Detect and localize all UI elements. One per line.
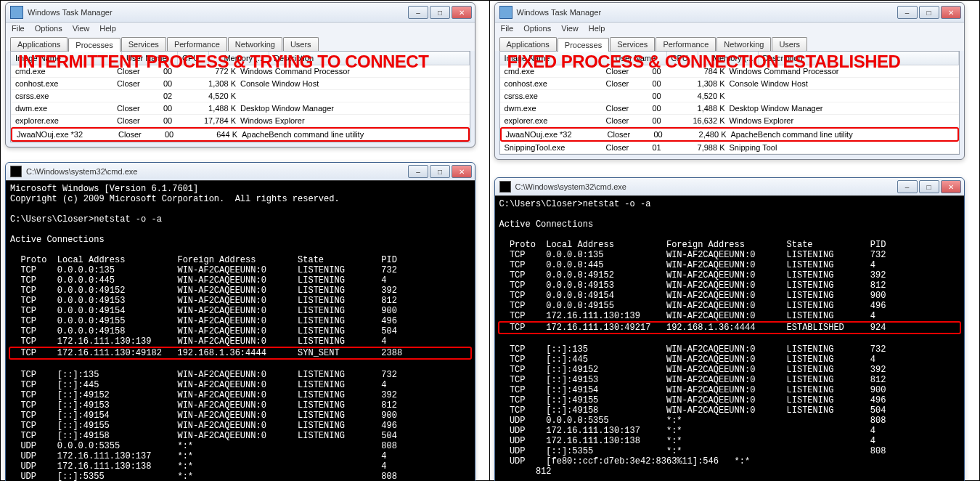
menu-view[interactable]: View xyxy=(73,24,90,33)
cell: SnippingTool.exe xyxy=(505,143,606,152)
cell: Closer xyxy=(606,104,653,113)
cell: Closer xyxy=(117,116,163,125)
cell: Console Window Host xyxy=(730,79,955,88)
close-button[interactable]: ✕ xyxy=(941,6,961,19)
cell: 1,488 K xyxy=(185,104,240,113)
minimize-button[interactable]: – xyxy=(897,180,918,193)
cell: Closer xyxy=(606,143,653,152)
minimize-button[interactable]: – xyxy=(408,6,428,19)
cell: Closer xyxy=(608,130,654,139)
process-row[interactable]: explorer.exeCloser0016,632 KWindows Expl… xyxy=(500,115,959,127)
process-row[interactable]: conhost.exeCloser001,308 KConsole Window… xyxy=(11,78,470,90)
cell: Closer xyxy=(606,79,653,88)
cell: Closer xyxy=(117,104,163,113)
cell: 644 K xyxy=(187,130,242,139)
cell xyxy=(117,92,163,100)
cmd-icon xyxy=(499,181,511,193)
tab-processes[interactable]: Processes xyxy=(68,38,120,52)
menu-help[interactable]: Help xyxy=(589,24,605,33)
left-panel: INTERMITTENT PROCESS & TRYING TO CONNECT… xyxy=(1,1,490,480)
tab-users[interactable]: Users xyxy=(283,37,319,51)
cell: Console Window Host xyxy=(240,79,465,88)
close-button[interactable]: ✕ xyxy=(452,165,472,178)
cell: Closer xyxy=(606,116,653,125)
cell: ApacheBench command line utility xyxy=(242,130,464,139)
tab-processes[interactable]: Processes xyxy=(558,38,609,52)
close-button[interactable]: ✕ xyxy=(941,180,961,193)
cell: Windows Explorer xyxy=(730,116,955,125)
titlebar[interactable]: Windows Task Manager–□✕ xyxy=(495,3,964,23)
cell: explorer.exe xyxy=(15,116,117,125)
cell: Desktop Window Manager xyxy=(240,104,465,113)
cell xyxy=(240,92,465,100)
cmd-icon xyxy=(10,166,22,177)
cell: 00 xyxy=(653,92,674,100)
cell: dwm.exe xyxy=(15,104,117,113)
tab-performance[interactable]: Performance xyxy=(167,37,227,51)
maximize-button[interactable]: □ xyxy=(430,165,450,178)
process-row[interactable]: JwaaNOuj.exe *32Closer00644 KApacheBench… xyxy=(11,127,470,142)
titlebar[interactable]: C:\Windows\system32\cmd.exe–□✕ xyxy=(495,178,964,196)
process-row[interactable]: csrss.exe004,520 K xyxy=(500,90,959,102)
tab-users[interactable]: Users xyxy=(772,37,807,51)
minimize-button[interactable]: – xyxy=(897,6,918,19)
cell: 01 xyxy=(653,143,674,152)
menu-file[interactable]: File xyxy=(12,24,25,33)
window-title: C:\Windows\system32\cmd.exe xyxy=(26,167,408,176)
maximize-button[interactable]: □ xyxy=(919,180,939,193)
overlay-label-right: FIXED PROCESS & CONNECTION ESTABLISHED xyxy=(507,52,901,72)
cell: 16,632 K xyxy=(674,116,730,125)
process-row[interactable]: conhost.exeCloser001,308 KConsole Window… xyxy=(500,78,959,90)
app-icon xyxy=(10,6,23,19)
cell: Windows Explorer xyxy=(240,116,465,125)
cell xyxy=(606,92,653,100)
titlebar[interactable]: C:\Windows\system32\cmd.exe–□✕ xyxy=(6,163,475,181)
tab-strip: ApplicationsProcessesServicesPerformance… xyxy=(6,34,475,51)
cell: JwaaNOuj.exe *32 xyxy=(506,130,608,139)
cell: 00 xyxy=(653,116,674,125)
menu-help[interactable]: Help xyxy=(99,24,116,33)
menu-view[interactable]: View xyxy=(561,24,579,33)
minimize-button[interactable]: – xyxy=(408,165,428,178)
process-row[interactable]: explorer.exeCloser0017,784 KWindows Expl… xyxy=(11,115,470,127)
tab-services[interactable]: Services xyxy=(610,37,655,51)
tab-services[interactable]: Services xyxy=(121,37,166,51)
cell: 00 xyxy=(653,79,674,88)
console-output[interactable]: C:\Users\Closer>netstat -o -a Active Con… xyxy=(495,196,964,481)
menu-file[interactable]: File xyxy=(501,24,514,33)
close-button[interactable]: ✕ xyxy=(452,6,472,19)
cell: 00 xyxy=(654,130,676,139)
cell: JwaaNOuj.exe *32 xyxy=(17,130,118,139)
process-row[interactable]: SnippingTool.exeCloser017,988 KSnipping … xyxy=(500,142,959,154)
menubar: FileOptionsViewHelp xyxy=(495,23,964,34)
tab-networking[interactable]: Networking xyxy=(228,37,282,51)
tab-strip: ApplicationsProcessesServicesPerformance… xyxy=(495,34,964,51)
cell: dwm.exe xyxy=(505,104,606,113)
process-row[interactable]: dwm.exeCloser001,488 KDesktop Window Man… xyxy=(500,102,959,115)
console-output[interactable]: Microsoft Windows [Version 6.1.7601] Cop… xyxy=(6,181,475,481)
cell: 1,488 K xyxy=(674,104,730,113)
tab-networking[interactable]: Networking xyxy=(716,37,771,51)
maximize-button[interactable]: □ xyxy=(919,6,939,19)
cell: csrss.exe xyxy=(505,92,606,100)
menu-options[interactable]: Options xyxy=(35,24,62,33)
cell: 4,520 K xyxy=(185,92,240,100)
window-title: Windows Task Manager xyxy=(517,8,897,17)
cell: 00 xyxy=(163,116,185,125)
menu-options[interactable]: Options xyxy=(523,24,551,33)
menubar: FileOptionsViewHelp xyxy=(6,23,475,34)
cell: 7,988 K xyxy=(674,143,730,152)
cell: 2,480 K xyxy=(676,130,731,139)
tab-performance[interactable]: Performance xyxy=(656,37,716,51)
maximize-button[interactable]: □ xyxy=(430,6,450,19)
titlebar[interactable]: Windows Task Manager–□✕ xyxy=(6,3,475,23)
cell: ApacheBench command line utility xyxy=(731,130,953,139)
cell: 1,308 K xyxy=(185,79,240,88)
process-row[interactable]: JwaaNOuj.exe *32Closer002,480 KApacheBen… xyxy=(500,127,959,142)
cell: Closer xyxy=(117,79,163,88)
process-row[interactable]: dwm.exeCloser001,488 KDesktop Window Man… xyxy=(11,102,470,115)
tab-applications[interactable]: Applications xyxy=(499,37,557,51)
tab-applications[interactable]: Applications xyxy=(10,37,68,51)
process-row[interactable]: csrss.exe024,520 K xyxy=(11,90,470,102)
cell: 00 xyxy=(165,130,187,139)
